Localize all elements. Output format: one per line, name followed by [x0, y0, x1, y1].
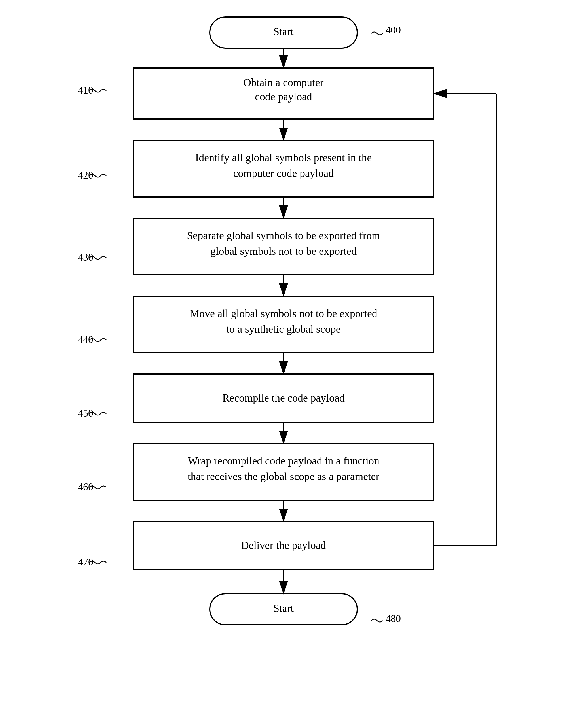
node-450-label: Recompile the code payload [222, 392, 345, 404]
node-440-label1: Move all global symbols not to be export… [190, 307, 377, 319]
node-420-label2: computer code payload [233, 167, 334, 179]
ref-400: 400 [386, 24, 401, 36]
ref-450: 450 [78, 407, 93, 419]
node-420-label1: Identify all global symbols present in t… [195, 152, 372, 164]
ref-410: 410 [78, 84, 93, 96]
node-430-label1: Separate global symbols to be exported f… [187, 230, 380, 241]
ref-420: 420 [78, 169, 93, 181]
node-430-label2: global symbols not to be exported [210, 245, 357, 257]
ref-430: 430 [78, 252, 93, 263]
node-460-label1: Wrap recompiled code payload in a functi… [188, 455, 379, 467]
node-410-label2: code payload [255, 91, 312, 103]
ref-440: 440 [78, 334, 93, 345]
ref-460: 460 [78, 481, 93, 493]
node-470-label: Deliver the payload [241, 539, 326, 551]
end-label: Start [273, 602, 294, 614]
start-label: Start [273, 26, 294, 37]
node-460-label2: that receives the global scope as a para… [188, 470, 380, 482]
ref-470: 470 [78, 556, 93, 568]
node-410-label: Obtain a computer [243, 77, 324, 88]
flowchart-diagram: 400 Start 410 Obtain a computer code pay… [0, 0, 569, 728]
node-440-label2: to a synthetic global scope [226, 323, 341, 335]
ref-480: 480 [386, 613, 401, 624]
